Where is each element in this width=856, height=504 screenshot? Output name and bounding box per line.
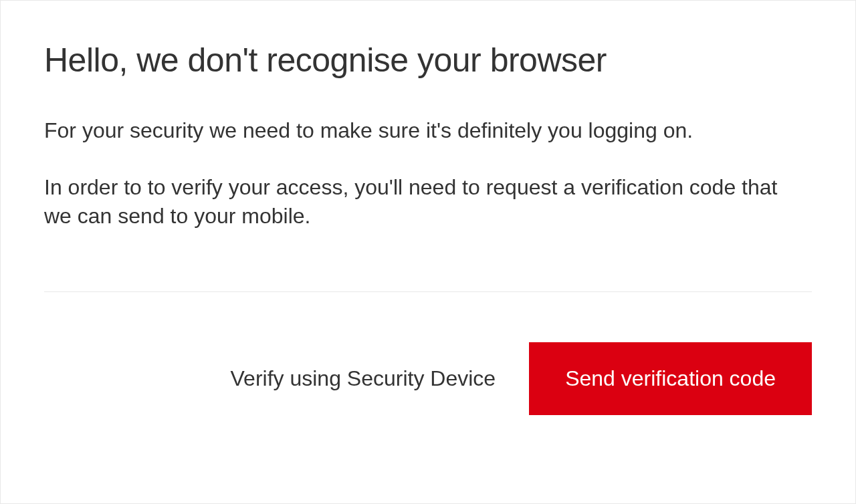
verification-panel: Hello, we don't recognise your browser F… <box>1 1 855 449</box>
section-divider <box>44 291 812 292</box>
intro-text-2: In order to to verify your access, you'l… <box>44 173 793 231</box>
verify-security-device-link[interactable]: Verify using Security Device <box>231 366 496 391</box>
page-title: Hello, we don't recognise your browser <box>44 41 812 80</box>
action-row: Verify using Security Device Send verifi… <box>44 342 812 415</box>
send-verification-code-button[interactable]: Send verification code <box>529 342 812 415</box>
intro-text-1: For your security we need to make sure i… <box>44 116 793 145</box>
